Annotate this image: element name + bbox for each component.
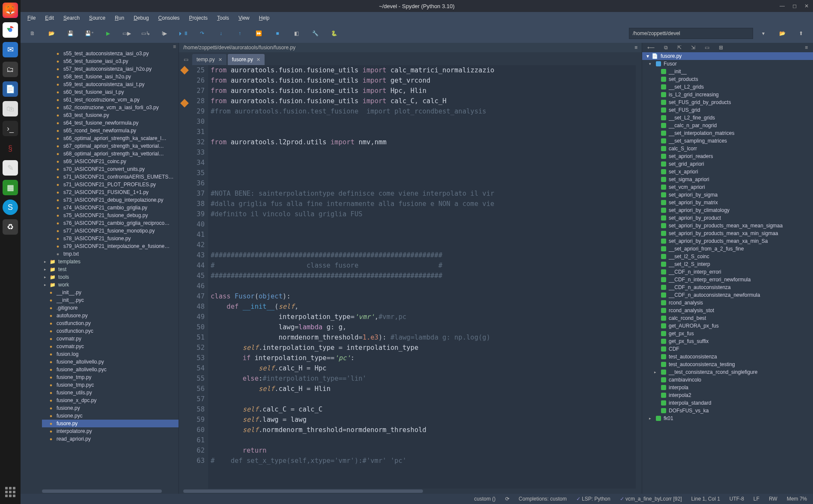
tree-file[interactable]: ●s72_IASICONF21_FUSIONE_1+1.py [42, 188, 179, 196]
step-into-icon[interactable]: ↓ [212, 27, 229, 40]
status-lsp[interactable]: LSP: Python [582, 496, 610, 502]
outline-method[interactable]: ▸__test_consistenza_rcond_singlefigure [642, 368, 813, 376]
outline-method[interactable]: get_AURORA_px_fus [642, 322, 813, 330]
dock-thunderbird-icon[interactable]: ✉ [3, 42, 18, 57]
dock-terminal-icon[interactable]: ›_ [3, 121, 18, 136]
continue-icon[interactable]: ⏩ [250, 27, 267, 40]
menu-help[interactable]: Help [255, 13, 274, 23]
tree-file[interactable]: ●read_apriori.py [42, 435, 179, 443]
dock-software-icon[interactable]: 🛍 [3, 101, 18, 116]
tree-file[interactable]: ●s67_optimal_apriori_strength_ka_vettori… [42, 142, 179, 150]
dock-libreoffice-calc-icon[interactable]: ▦ [3, 180, 18, 195]
cwd-dropdown-icon[interactable]: ▾ [755, 27, 772, 40]
outline-method[interactable]: test_autoconsistenza [642, 353, 813, 361]
save-icon[interactable]: 💾 [62, 27, 79, 40]
tree-file[interactable]: ●fusione_tmp.pyc [42, 381, 179, 389]
tree-file[interactable]: ●s71_IASICONF21_PLOT_PROFILES.py [42, 181, 179, 188]
tree-file[interactable]: ●costfunction.pyc [42, 327, 179, 335]
dock-chrome-icon[interactable] [3, 22, 18, 38]
tree-file[interactable]: ●s60_test_fusione_iasi_t.py [42, 88, 179, 96]
tree-file[interactable]: ●fusione.py [42, 404, 179, 412]
tree-file[interactable]: ●s61_test_ricostruzione_vcm_a.py [42, 96, 179, 104]
outline-method[interactable]: interpola2 [642, 391, 813, 399]
new-file-icon[interactable]: 🗎 [24, 27, 41, 40]
tree-file[interactable]: ●s63_test_fusione.py [42, 111, 179, 119]
preferences-icon[interactable]: 🔧 [307, 27, 324, 40]
menu-file[interactable]: File [23, 13, 40, 23]
tree-file[interactable]: ●s57_test_autoconsistenza_iasi_h2o.py [42, 65, 179, 73]
outline-method[interactable]: __CDF_n_interp_errori [642, 268, 813, 276]
tree-file[interactable]: ●s68_optimal_apriori_strength_ka_vettori… [42, 150, 179, 158]
run-cell-advance-icon[interactable]: ▭↳ [137, 27, 154, 40]
outline-method[interactable]: set_apriori_by_products_mean_xa_mean_sig… [642, 222, 813, 230]
python-path-icon[interactable]: 🐍 [325, 27, 342, 40]
code-minimap[interactable] [636, 65, 642, 489]
outline-function[interactable]: ▸fk01 [642, 415, 813, 422]
outline-method[interactable]: CDF [642, 345, 813, 353]
outline-method[interactable]: set_grid_apriori [642, 160, 813, 168]
outline-method[interactable]: __set_L2_grids [642, 83, 813, 91]
outline-method[interactable]: interpola_standard [642, 399, 813, 407]
outline-method[interactable]: calc_S_lcorr [642, 145, 813, 152]
outline-method[interactable]: set_apriori_by_products_mean_xa_min_sigm… [642, 230, 813, 237]
outline-method[interactable]: set_apriori_by_sigma [642, 191, 813, 199]
tree-file[interactable]: ●fusione_utils.py [42, 389, 179, 397]
dock-libreoffice-writer-icon[interactable]: 📄 [3, 81, 18, 97]
tree-file[interactable]: ●s65_rcond_best_newformula.py [42, 127, 179, 134]
step-over-icon[interactable]: ↷ [194, 27, 211, 40]
tree-file[interactable]: ●fusore.py [42, 420, 179, 427]
tree-file[interactable]: ●s76_IASICONF21_cambio_griglia_reciproco… [42, 219, 179, 227]
outline-method[interactable]: __calc_n_par_nogrid [642, 122, 813, 129]
tree-file[interactable]: ●fusion.log [42, 350, 179, 358]
file-tree-hscroll[interactable] [21, 489, 179, 494]
run-icon[interactable]: ▶ [99, 27, 116, 40]
tree-file[interactable]: ●__init__.py [42, 289, 179, 296]
outline-method[interactable]: calc_rcond_best [642, 314, 813, 322]
outline-method[interactable]: set_apriori_by_products_mean_xa_min_Sa [642, 237, 813, 245]
tree-file[interactable]: ●covmatr.pyc [42, 343, 179, 350]
outline-method[interactable]: set_apriori_by_product [642, 214, 813, 222]
pane-menu-icon[interactable]: ≡ [805, 45, 808, 51]
outline-root[interactable]: ▾📄fusore.py [642, 52, 813, 60]
menu-edit[interactable]: Edit [41, 13, 58, 23]
menu-projects[interactable]: Projects [185, 13, 212, 23]
outline-method[interactable]: set_apriori_by_matrix [642, 199, 813, 206]
tree-file[interactable]: ●s74_IASICONF21_cambio_griglia.py [42, 204, 179, 212]
outline-expand-icon[interactable]: ⇲ [691, 45, 695, 51]
browse-cwd-icon[interactable]: 📂 [774, 27, 791, 40]
tree-file[interactable]: ●.gitignore [42, 304, 179, 312]
outline-restore-icon[interactable]: ▭ [705, 45, 709, 51]
menu-view[interactable]: View [234, 13, 254, 23]
editor-tab[interactable]: temp.py✕ [192, 54, 226, 65]
outline-method[interactable]: interpola [642, 384, 813, 391]
pane-menu-icon[interactable]: ≡ [173, 44, 176, 49]
tree-folder[interactable]: ▸📁work [42, 281, 179, 289]
tree-file[interactable]: ●s64_test_fusione_newformula.py [42, 119, 179, 127]
tab-browse-icon[interactable]: ▭ [181, 54, 191, 65]
outline-method[interactable]: __init__ [642, 68, 813, 75]
outline-method[interactable]: DOFsFUS_vs_ka [642, 407, 813, 415]
cwd-input[interactable]: /home/zoppetti/devel [629, 28, 753, 39]
outline-add-icon[interactable]: ⊞ [719, 45, 723, 51]
outline-method[interactable]: set_apriori_readers [642, 152, 813, 160]
dock-apps-grid-icon[interactable] [3, 484, 18, 500]
menu-source[interactable]: Source [85, 13, 110, 23]
tree-file[interactable]: ●interpolatore.py [42, 427, 179, 435]
outline-method[interactable]: get_px_fus_suffix [642, 337, 813, 345]
tree-file[interactable]: ●s55_test_autoconsistenza_iasi_o3.py [42, 50, 179, 57]
outline-method[interactable]: rcond_analysis_stot [642, 307, 813, 314]
outline-method[interactable]: set_FUS_grid_by_products [642, 98, 813, 106]
tree-file[interactable]: ●s78_IASICONF21_fusione.py [42, 235, 179, 242]
editor-hscroll[interactable] [179, 489, 642, 494]
outline-method[interactable]: __set_L2_fine_grids [642, 114, 813, 122]
tree-file[interactable]: ●costfunction.py [42, 319, 179, 327]
outline-method[interactable]: __CDF_n_autoconsistenza_newformula [642, 291, 813, 299]
outline-method[interactable]: get_px_fus [642, 330, 813, 337]
window-close-icon[interactable]: ✕ [804, 3, 809, 9]
debug-icon[interactable]: ⏵⏸ [175, 27, 192, 40]
outline-method[interactable]: set_vcm_apriori [642, 183, 813, 191]
tree-folder[interactable]: ▸📁templates [42, 258, 179, 265]
outline-method[interactable]: __set_l2_S_coinc [642, 253, 813, 260]
tree-file[interactable]: ●s70_IASICONF21_convert_units.py [42, 165, 179, 173]
outline-method[interactable]: __CDF_n_interp_errori_newformula [642, 276, 813, 283]
